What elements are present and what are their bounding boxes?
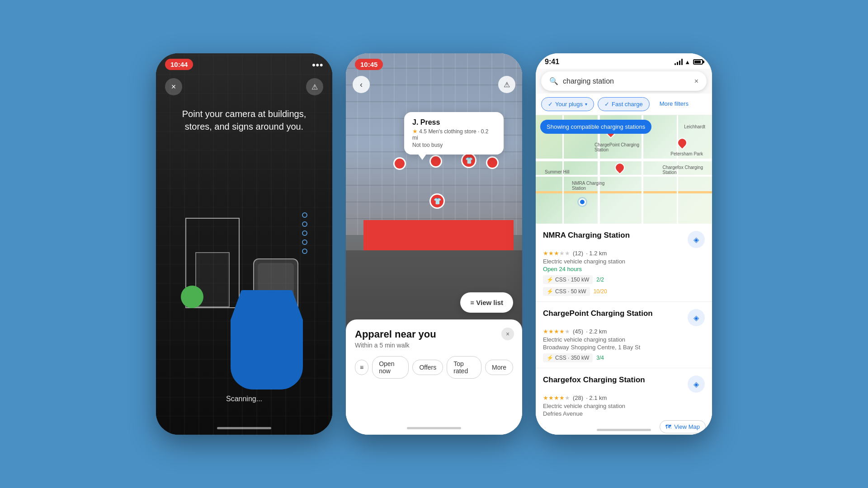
filter-open-now[interactable]: Open now [372, 356, 409, 379]
chargefox-type: Electric vehicle charging station [543, 403, 705, 409]
results-list: NMRA Charging Station ◈ ★★★★★ (12) · 1.2… [536, 224, 712, 435]
alert-icon-2: ⚠ [504, 80, 510, 89]
chargefox-name: Chargefox Charging Station [543, 375, 688, 385]
map-label-summer-hill: Summer Hill [545, 169, 569, 174]
map-label-chargepoint: ChargePoint ChargingStation [594, 142, 639, 152]
status-icons-3: ▲ [675, 59, 703, 66]
scan-dot-2 [302, 221, 307, 227]
info-button-1[interactable]: ⚠ [306, 78, 323, 95]
ar-pin-3[interactable]: 👕 [461, 153, 476, 168]
nav-icon-chargepoint: ◈ [693, 314, 699, 322]
map-label-leichhardt: Leichhardt [684, 124, 705, 129]
chargefox-nav-button[interactable]: ◈ [688, 375, 705, 393]
chargepoint-address: Broadway Shopping Centre, 1 Bay St [543, 344, 705, 351]
map-icon: 🗺 [665, 423, 671, 430]
chargefox-address: Defries Avenue [543, 410, 705, 417]
nmra-charger-row-1: ⚡ CSS · 150 kW 2/2 [543, 275, 705, 284]
ar-info-bubble[interactable]: J. Press ★ 4.5 Men's clothing store · 0.… [404, 112, 504, 155]
bottom-sheet: Apparel near you Within a 5 min walk × ≡… [346, 319, 522, 435]
nmra-charger-2: ⚡ CSS · 50 kW [543, 287, 590, 296]
result-nmra[interactable]: NMRA Charging Station ◈ ★★★★★ (12) · 1.2… [536, 224, 712, 302]
place-details: ★ 4.5 Men's clothing store · 0.2 mi [412, 128, 495, 141]
view-map-button[interactable]: 🗺 View Map [660, 420, 706, 433]
nmra-hours: Open 24 hours [543, 266, 705, 272]
nav-icon-chargefox: ◈ [693, 380, 699, 389]
nmra-distance: · 1.2 km [586, 250, 607, 257]
filter-top-rated[interactable]: Top rated [447, 356, 481, 379]
map-area[interactable]: Haberfield Leichhardt Summer Hill Peters… [536, 115, 712, 224]
nmra-name: NMRA Charging Station [543, 231, 688, 240]
nmra-nav-button[interactable]: ◈ [688, 231, 705, 248]
alert-button-2[interactable]: ⚠ [498, 76, 515, 93]
battery-icon [693, 59, 703, 65]
filter-more[interactable]: More [485, 360, 513, 375]
charger-icon-3: ⚡ [547, 355, 553, 361]
charger-icon: ⚡ [547, 277, 553, 283]
view-list-button[interactable]: ≡ View list [460, 292, 513, 313]
clear-search-button[interactable]: × [694, 77, 698, 85]
chargefox-meta: ★★★★★ (28) · 2.1 km [543, 394, 705, 401]
hand-graphic [231, 290, 303, 389]
nmra-charger-row-2: ⚡ CSS · 50 kW 10/20 [543, 287, 705, 296]
ar-pin-2[interactable] [429, 155, 442, 168]
ar-graphic-container [176, 186, 312, 389]
check-icon-1: ✓ [548, 101, 553, 108]
phone-2-street-ar: H&M 10:45 ‹ ⚠ J. Pre [346, 53, 522, 435]
chargepoint-meta: ★★★★★ (45) · 2.2 km [543, 328, 705, 335]
sheet-subtitle: Within a 5 min walk [355, 342, 513, 349]
filter-fast-charge[interactable]: ✓ Fast charge [598, 97, 650, 111]
map-pin-nmra[interactable] [615, 163, 625, 175]
scan-dot-3 [302, 230, 307, 236]
result-header-chargefox: Chargefox Charging Station ◈ [543, 375, 705, 393]
filter-adjust-button[interactable]: ≡ [355, 360, 368, 375]
ar-pin-4[interactable] [486, 156, 499, 169]
ar-pin-1[interactable] [393, 157, 406, 170]
home-indicator-3 [597, 429, 651, 431]
status-icons-1: ●●● [312, 61, 323, 68]
time-display-2: 10:45 [355, 59, 383, 70]
alert-icon-1: ⚠ [311, 83, 318, 91]
result-header-nmra: NMRA Charging Station ◈ [543, 231, 705, 248]
search-bar[interactable]: 🔍 charging station × [541, 71, 707, 91]
place-name: J. Press [412, 118, 495, 127]
close-button-1[interactable]: × [165, 78, 182, 95]
result-chargepoint[interactable]: ChargePoint Charging Station ◈ ★★★★★ (45… [536, 302, 712, 368]
place-busy: Not too busy [412, 142, 495, 148]
ar-pin-5[interactable]: 👕 [429, 193, 445, 209]
sheet-title: Apparel near you [355, 328, 513, 340]
signal-bar-2 [677, 62, 678, 65]
filter-pills: ≡ Open now Offers Top rated More [355, 356, 513, 379]
chargefox-distance: · 2.1 km [586, 394, 607, 401]
chevron-icon: ▾ [585, 102, 587, 107]
phone-1-ar-camera: 10:44 ●●● × ⚠ Point your camera at build… [156, 53, 332, 435]
close-sheet-button[interactable]: × [501, 328, 514, 340]
more-filters-button[interactable]: More filters [653, 97, 695, 111]
signal-bars [675, 59, 683, 65]
status-bar-2: 10:45 [346, 59, 522, 70]
result-chargefox[interactable]: Chargefox Charging Station ◈ ★★★★★ (28) … [536, 368, 712, 435]
chargefox-stars: ★★★★★ [543, 394, 570, 401]
chargepoint-charger-label: CSS · 350 kW [555, 355, 589, 361]
map-pin-leichhardt[interactable] [677, 138, 687, 150]
filter-your-plugs-label: Your plugs [555, 101, 583, 108]
chargepoint-type: Electric vehicle charging station [543, 336, 705, 343]
filter-your-plugs[interactable]: ✓ Your plugs ▾ [541, 97, 594, 111]
search-input[interactable]: charging station [563, 77, 690, 85]
chargepoint-charger-row: ⚡ CSS · 350 kW 3/4 [543, 353, 705, 362]
filter-row: ✓ Your plugs ▾ ✓ Fast charge More filter… [536, 94, 712, 115]
map-label-petersham: Petersham Park [670, 151, 703, 156]
scan-dot-5 [302, 249, 307, 254]
chargepoint-distance: · 2.2 km [586, 328, 607, 335]
chargepoint-nav-button[interactable]: ◈ [688, 309, 705, 326]
filter-offers[interactable]: Offers [412, 360, 443, 375]
home-indicator-1 [217, 427, 271, 429]
chargepoint-avail: 3/4 [596, 355, 604, 361]
filter-fast-charge-label: Fast charge [612, 101, 643, 108]
user-location-dot [579, 198, 586, 206]
place-stars: ★ [412, 128, 418, 135]
nmra-stars: ★★★★★ [543, 250, 570, 257]
map-label-nmra: NMRA ChargingStation [572, 181, 604, 191]
back-button-2[interactable]: ‹ [353, 76, 370, 93]
signal-bar-4 [681, 59, 683, 65]
scan-dot-1 [302, 212, 307, 218]
